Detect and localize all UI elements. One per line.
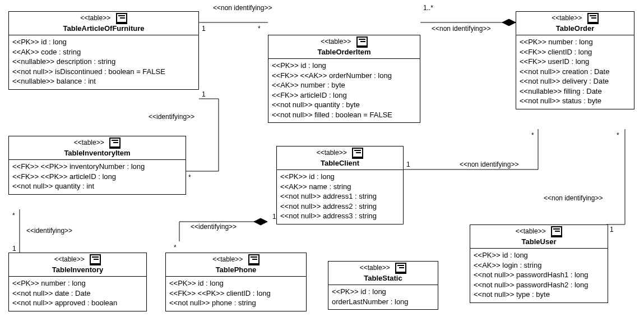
table-icon bbox=[109, 138, 121, 149]
attribute: <<FK>> clientID : long bbox=[520, 47, 631, 57]
attribute-list: <<PK>> id : long <<FK>> <<PK>> clientID … bbox=[166, 277, 306, 311]
attribute: <<PK>> id : long bbox=[332, 287, 434, 297]
attribute: <<not null>> date : Date bbox=[12, 288, 143, 299]
svg-text:<<non identifying>>: <<non identifying>> bbox=[460, 161, 518, 168]
attribute: <<FK>> <<AK>> orderNumber : long bbox=[272, 71, 416, 81]
attribute: <<AK>> number : byte bbox=[272, 80, 416, 90]
svg-text:1: 1 bbox=[12, 245, 16, 253]
table-icon bbox=[352, 148, 363, 159]
attribute: <<not null>> status : byte bbox=[520, 96, 631, 106]
stereotype: <<table>> bbox=[212, 255, 243, 263]
table-order: <<table>> TableOrder <<PK>> number : lon… bbox=[516, 11, 634, 109]
attribute: <<not null>> approved : boolean bbox=[12, 298, 143, 308]
attribute: <<AK>> code : string bbox=[12, 47, 195, 57]
table-icon bbox=[116, 13, 127, 24]
svg-text:1: 1 bbox=[610, 226, 614, 233]
svg-text:*: * bbox=[174, 244, 177, 251]
attribute-list: <<PK>> id : long <<AK>> name : string <<… bbox=[277, 170, 403, 224]
svg-marker-16 bbox=[254, 218, 267, 225]
entity-name: TableOrderItem bbox=[317, 48, 370, 56]
entity-name: TableUser bbox=[522, 237, 557, 246]
entity-name: TableInventoryItem bbox=[64, 149, 130, 157]
entity-name: TableOrder bbox=[556, 24, 594, 33]
svg-text:<<identifying>>: <<identifying>> bbox=[191, 223, 237, 231]
attribute: <<nullable>> balance : int bbox=[12, 76, 195, 86]
stereotype: <<table>> bbox=[360, 264, 390, 272]
table-phone: <<table>> TablePhone <<PK>> id : long <<… bbox=[165, 253, 307, 311]
attribute: <<not null>> address3 : string bbox=[280, 211, 400, 221]
table-icon bbox=[551, 226, 562, 237]
attribute: <<not null>> quantity : byte bbox=[272, 100, 416, 110]
attribute: <<FK>> <<PK>> articleID : long bbox=[12, 172, 182, 182]
entity-name: TableArticleOfFurniture bbox=[63, 24, 145, 33]
stereotype: <<table>> bbox=[80, 14, 110, 22]
er-diagram-canvas: <<non identifying>> 1 * 1..* <<non ident… bbox=[0, 0, 644, 330]
stereotype: <<table>> bbox=[54, 255, 85, 263]
svg-text:*: * bbox=[188, 173, 191, 181]
entity-name: TableClient bbox=[321, 159, 359, 167]
table-inventory-item: <<table>> TableInventoryItem <<FK>> <<PK… bbox=[8, 136, 186, 195]
attribute: <<PK>> id : long bbox=[280, 172, 400, 182]
attribute: <<PK>> id : long bbox=[12, 37, 195, 47]
attribute: <<AK>> name : string bbox=[280, 182, 400, 192]
attribute-list: <<PK>> id : long <<AK>> login : string <… bbox=[470, 249, 608, 302]
table-static: <<table>> TableStatic <<PK>> id : long o… bbox=[328, 261, 438, 310]
attribute: <<PK>> id : long bbox=[474, 250, 604, 260]
entity-name: TableStatic bbox=[364, 274, 402, 282]
svg-text:*: * bbox=[617, 131, 619, 139]
table-icon bbox=[587, 13, 599, 24]
attribute: <<not null>> passwordHash2 : long bbox=[474, 280, 604, 290]
attribute-list: <<PK>> number : long <<not null>> date :… bbox=[9, 277, 146, 311]
stereotype: <<table>> bbox=[317, 149, 347, 157]
table-inventory: <<table>> TableInventory <<PK>> number :… bbox=[8, 253, 147, 311]
svg-text:<<non identifying>>: <<non identifying>> bbox=[432, 25, 490, 33]
table-article-of-furniture: <<table>> TableArticleOfFurniture <<PK>>… bbox=[8, 11, 199, 90]
entity-name: TablePhone bbox=[216, 265, 257, 274]
attribute: <<not null>> address1 : string bbox=[280, 191, 400, 201]
table-client: <<table>> TableClient <<PK>> id : long <… bbox=[276, 146, 404, 224]
attribute-list: <<PK>> id : long orderLastNumber : long bbox=[328, 285, 438, 309]
svg-text:1: 1 bbox=[406, 161, 410, 168]
attribute: orderLastNumber : long bbox=[332, 297, 434, 307]
attribute: <<not null>> address2 : string bbox=[280, 201, 400, 212]
svg-text:1: 1 bbox=[202, 90, 206, 98]
svg-text:<<non identifying>>: <<non identifying>> bbox=[544, 194, 603, 202]
attribute: <<PK>> number : long bbox=[12, 278, 143, 288]
attribute: <<not null>> filled : boolean = FALSE bbox=[272, 110, 416, 120]
attribute: <<FK>> <<PK>> inventoryNumber : long bbox=[12, 162, 182, 172]
attribute-list: <<FK>> <<PK>> inventoryNumber : long <<F… bbox=[9, 160, 186, 194]
attribute: <<not null>> phone : string bbox=[169, 298, 303, 308]
attribute: <<PK>> id : long bbox=[272, 61, 416, 71]
attribute: <<nullable>> description : string bbox=[12, 57, 195, 67]
attribute-list: <<PK>> id : long <<FK>> <<AK>> orderNumb… bbox=[268, 59, 420, 122]
svg-text:<<identifying>>: <<identifying>> bbox=[26, 227, 72, 235]
attribute: <<PK>> id : long bbox=[169, 278, 303, 288]
svg-text:<<identifying>>: <<identifying>> bbox=[149, 113, 194, 121]
attribute: <<FK>> articleID : long bbox=[272, 90, 416, 100]
svg-text:*: * bbox=[258, 25, 261, 33]
table-icon bbox=[395, 263, 406, 274]
attribute: <<nullable>> filling : Date bbox=[520, 86, 631, 97]
svg-marker-5 bbox=[502, 19, 516, 26]
svg-text:<<non identifying>>: <<non identifying>> bbox=[213, 4, 272, 12]
table-user: <<table>> TableUser <<PK>> id : long <<A… bbox=[470, 224, 608, 303]
table-order-item: <<table>> TableOrderItem <<PK>> id : lon… bbox=[268, 35, 420, 123]
stereotype: <<table>> bbox=[74, 139, 104, 146]
svg-text:*: * bbox=[12, 212, 15, 219]
attribute-list: <<PK>> number : long <<FK>> clientID : l… bbox=[516, 35, 634, 109]
attribute: <<PK>> number : long bbox=[520, 37, 631, 47]
svg-text:1..*: 1..* bbox=[423, 4, 433, 12]
stereotype: <<table>> bbox=[552, 14, 582, 22]
stereotype: <<table>> bbox=[516, 227, 546, 235]
attribute-list: <<PK>> id : long <<AK>> code : string <<… bbox=[9, 35, 198, 89]
attribute: <<not null>> isDiscontinued : boolean = … bbox=[12, 67, 195, 77]
entity-name: TableInventory bbox=[52, 265, 104, 274]
table-icon bbox=[356, 36, 368, 48]
attribute: <<AK>> login : string bbox=[474, 260, 604, 271]
attribute: <<not null>> creation : Date bbox=[520, 67, 631, 77]
table-icon bbox=[90, 254, 101, 265]
svg-text:1: 1 bbox=[272, 213, 276, 221]
attribute: <<FK>> <<PK>> clientID : long bbox=[169, 288, 303, 299]
attribute: <<not null>> passwordHash1 : long bbox=[474, 270, 604, 280]
attribute: <<not null>> delivery : Date bbox=[520, 76, 631, 86]
